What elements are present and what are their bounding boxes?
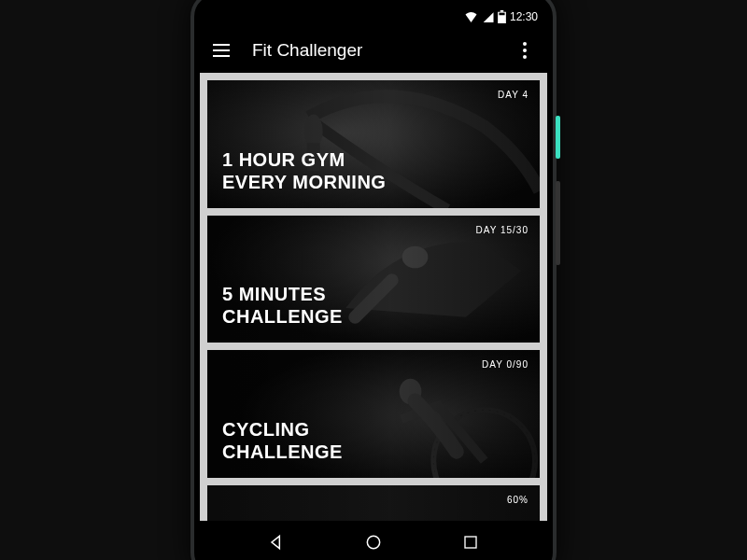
card-title: CYCLING CHALLENGE xyxy=(222,418,343,463)
svg-point-16 xyxy=(367,536,379,548)
battery-icon xyxy=(498,10,506,23)
day-badge: DAY 15/30 xyxy=(476,225,529,235)
back-button[interactable] xyxy=(264,530,289,554)
card-overlay xyxy=(207,485,540,521)
recents-button[interactable] xyxy=(458,530,483,554)
status-bar: 12:30 xyxy=(200,6,547,28)
app-title: Fit Challenger xyxy=(252,40,515,61)
wifi-icon xyxy=(464,11,478,22)
day-badge: DAY 4 xyxy=(498,90,529,100)
volume-button[interactable] xyxy=(556,181,560,265)
challenge-card[interactable]: DAY 4 1 HOUR GYM EVERY MORNING xyxy=(207,80,540,208)
phone-frame: 12:30 Fit Challenger DAY 4 1 H xyxy=(190,0,557,560)
status-time: 12:30 xyxy=(510,10,538,23)
android-nav-bar xyxy=(200,521,547,560)
home-button[interactable] xyxy=(361,530,386,554)
challenge-card[interactable]: DAY 15/30 5 MINUTES CHALLENGE xyxy=(207,216,540,343)
day-badge: DAY 0/90 xyxy=(482,359,529,370)
card-title: 1 HOUR GYM EVERY MORNING xyxy=(222,148,386,193)
challenge-list[interactable]: DAY 4 1 HOUR GYM EVERY MORNING DAY 15/30… xyxy=(200,73,547,521)
svg-rect-2 xyxy=(499,13,504,16)
screen: 12:30 Fit Challenger DAY 4 1 H xyxy=(200,6,547,560)
app-bar: Fit Challenger xyxy=(200,28,547,73)
overflow-icon[interactable] xyxy=(515,41,534,60)
day-badge: 60% xyxy=(507,495,529,505)
challenge-card[interactable]: 60% xyxy=(207,485,540,521)
svg-rect-17 xyxy=(465,537,476,548)
power-button[interactable] xyxy=(556,116,560,159)
card-title: 5 MINUTES CHALLENGE xyxy=(222,283,343,328)
menu-icon[interactable] xyxy=(213,41,232,60)
svg-rect-1 xyxy=(500,10,504,12)
challenge-card[interactable]: DAY 0/90 CYCLING CHALLENGE xyxy=(207,350,540,478)
signal-icon xyxy=(482,11,494,22)
